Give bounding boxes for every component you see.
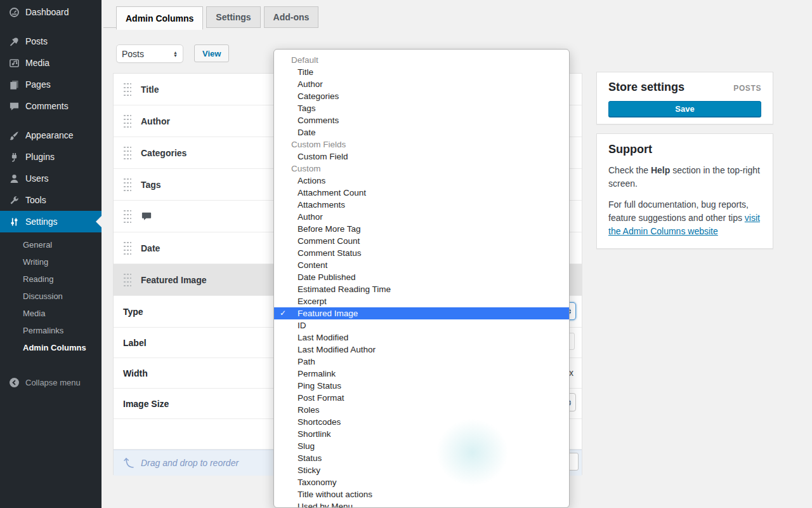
dropdown-option-categories[interactable]: Categories <box>274 90 569 102</box>
dropdown-option-sticky[interactable]: Sticky <box>274 464 569 476</box>
dropdown-option-status[interactable]: Status <box>274 452 569 464</box>
dropdown-option-label: Permalink <box>298 369 336 378</box>
admin-sidebar: DashboardPostsMediaPagesCommentsAppearan… <box>0 0 102 508</box>
dropdown-option-slug[interactable]: Slug <box>274 440 569 452</box>
dropdown-option-label: Attachment Count <box>298 188 366 197</box>
drag-handle-icon[interactable] <box>122 208 131 224</box>
appearance-icon <box>8 130 20 141</box>
drag-handle-icon[interactable] <box>122 113 131 129</box>
view-button[interactable]: View <box>194 44 229 62</box>
sidebar-item-dashboard[interactable]: Dashboard <box>0 1 102 23</box>
dropdown-option-label: Title without actions <box>298 490 372 499</box>
setting-row-label: Width <box>123 368 148 378</box>
settings-icon <box>8 216 20 227</box>
dropdown-group-custom: Custom <box>274 163 569 175</box>
sidebar-item-users[interactable]: Users <box>0 168 102 189</box>
support-paragraph-2: For full documentation, bug reports, fea… <box>608 198 761 238</box>
post-type-value: Posts <box>122 49 173 59</box>
dropdown-option-attachment-count[interactable]: Attachment Count <box>274 187 569 199</box>
dropdown-option-ping-status[interactable]: Ping Status <box>274 380 569 392</box>
dropdown-option-post-format[interactable]: Post Format <box>274 392 569 404</box>
dropdown-option-excerpt[interactable]: Excerpt <box>274 295 569 307</box>
dropdown-option-shortlink[interactable]: Shortlink <box>274 428 569 440</box>
submenu-item-label: Permalinks <box>23 326 63 335</box>
drag-handle-icon[interactable] <box>122 272 131 288</box>
submenu-item-media[interactable]: Media <box>0 305 102 322</box>
sidebar-item-label: Media <box>25 58 49 68</box>
sidebar-item-media[interactable]: Media <box>0 52 102 74</box>
dropdown-option-attachments[interactable]: Attachments <box>274 199 569 211</box>
drag-handle-icon[interactable] <box>122 145 131 161</box>
submenu-item-general[interactable]: General <box>0 236 102 253</box>
submenu-item-writing[interactable]: Writing <box>0 253 102 271</box>
submenu-item-reading[interactable]: Reading <box>0 271 102 288</box>
dropdown-option-actions[interactable]: Actions <box>274 175 569 187</box>
width-unit-label: x <box>569 368 573 378</box>
dropdown-option-date-published[interactable]: Date Published <box>274 271 569 283</box>
sidebar-item-tools[interactable]: Tools <box>0 189 102 211</box>
sidebar-item-posts[interactable]: Posts <box>0 30 102 52</box>
tab-bar: Admin ColumnsSettingsAdd-ons <box>116 6 318 30</box>
dropdown-option-custom-field[interactable]: Custom Field <box>274 150 569 163</box>
drag-handle-icon[interactable] <box>122 177 131 192</box>
dropdown-option-author[interactable]: Author <box>274 211 569 223</box>
save-button[interactable]: Save <box>608 101 761 117</box>
dropdown-option-last-modified-author[interactable]: Last Modified Author <box>274 344 569 356</box>
dropdown-option-permalink[interactable]: Permalink <box>274 368 569 380</box>
sidebar-item-pages[interactable]: Pages <box>0 74 102 95</box>
dropdown-option-label: Title <box>298 67 313 77</box>
column-row-label: Featured Image <box>141 275 206 285</box>
dropdown-option-date[interactable]: Date <box>274 126 569 138</box>
tab-settings[interactable]: Settings <box>206 6 260 28</box>
sidebar-item-label: Posts <box>25 36 48 46</box>
dropdown-option-content[interactable]: Content <box>274 259 569 271</box>
submenu-item-label: Reading <box>23 274 53 284</box>
dropdown-option-title-without-actions[interactable]: Title without actions <box>274 488 569 500</box>
sidebar-item-appearance[interactable]: Appearance <box>0 124 102 146</box>
dropdown-option-label: Post Format <box>298 393 344 403</box>
dropdown-option-label: Content <box>298 260 327 270</box>
curved-arrow-icon <box>123 455 136 471</box>
dropdown-option-roles[interactable]: Roles <box>274 404 569 416</box>
dropdown-option-featured-image[interactable]: ✓Featured Image <box>274 307 569 319</box>
dropdown-option-taxonomy[interactable]: Taxonomy <box>274 476 569 488</box>
dropdown-option-used-by-menu[interactable]: Used by Menu <box>274 500 569 508</box>
settings-submenu: GeneralWritingReadingDiscussionMediaPerm… <box>0 232 102 363</box>
sidebar-item-plugins[interactable]: Plugins <box>0 146 102 168</box>
dropdown-option-last-modified[interactable]: Last Modified <box>274 331 569 344</box>
users-icon <box>8 173 20 184</box>
menu-separator <box>0 117 102 124</box>
post-type-select[interactable]: Posts ▲▼ <box>116 44 183 63</box>
column-row-label: Tags <box>141 180 161 190</box>
drag-drop-hint: Drag and drop to reorder <box>141 458 239 468</box>
submenu-item-discussion[interactable]: Discussion <box>0 288 102 305</box>
submenu-item-permalinks[interactable]: Permalinks <box>0 322 102 339</box>
tab-add-ons[interactable]: Add-ons <box>264 6 319 28</box>
store-scope-badge: POSTS <box>733 84 761 93</box>
sidebar-item-settings[interactable]: Settings <box>0 211 102 232</box>
setting-row-label: Label <box>123 338 147 348</box>
dropdown-option-tags[interactable]: Tags <box>274 102 569 114</box>
collapse-menu-button[interactable]: Collapse menu <box>0 371 102 393</box>
dropdown-option-label: Estimated Reading Time <box>298 284 391 294</box>
pages-icon <box>8 79 20 90</box>
drag-handle-icon[interactable] <box>122 240 131 256</box>
view-button-label: View <box>202 49 221 58</box>
dropdown-option-title[interactable]: Title <box>274 66 569 78</box>
dropdown-option-estimated-reading-time[interactable]: Estimated Reading Time <box>274 283 569 295</box>
sidebar-item-comments[interactable]: Comments <box>0 95 102 117</box>
dropdown-option-shortcodes[interactable]: Shortcodes <box>274 416 569 428</box>
dropdown-option-comment-status[interactable]: Comment Status <box>274 247 569 259</box>
dropdown-option-comment-count[interactable]: Comment Count <box>274 235 569 247</box>
submenu-item-admin-columns[interactable]: Admin Columns <box>0 339 102 356</box>
dropdown-option-label: Actions <box>298 176 325 185</box>
tab-admin-columns[interactable]: Admin Columns <box>116 6 203 30</box>
drag-handle-icon[interactable] <box>122 81 131 97</box>
dropdown-option-path[interactable]: Path <box>274 356 569 368</box>
dropdown-option-comments[interactable]: Comments <box>274 114 569 126</box>
dropdown-option-label: Date Published <box>298 272 356 282</box>
dropdown-option-before-more-tag[interactable]: Before More Tag <box>274 223 569 235</box>
dropdown-option-author[interactable]: Author <box>274 78 569 90</box>
dropdown-option-id[interactable]: ID <box>274 319 569 331</box>
dropdown-option-label: ID <box>298 321 306 330</box>
